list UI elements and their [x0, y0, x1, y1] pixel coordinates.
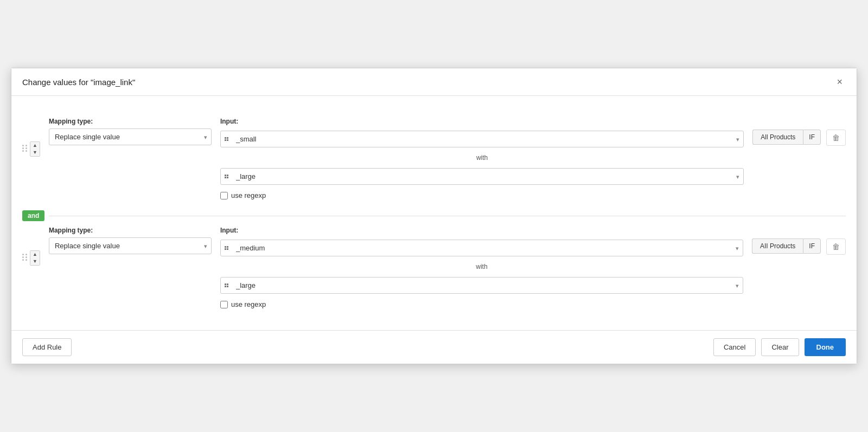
- with-label-1: with: [220, 152, 744, 164]
- mapping-label-2: Mapping type:: [49, 227, 212, 234]
- all-products-if-group-2: AII Products IF: [752, 238, 821, 254]
- regexp-checkbox-1[interactable]: [220, 192, 228, 199]
- input-select-1[interactable]: _small: [220, 131, 744, 147]
- regexp-row-2: use regexp: [220, 300, 743, 308]
- input-label-1: Input:: [220, 118, 744, 125]
- with-grid-icon-1: [225, 175, 231, 179]
- regexp-label-2: use regexp: [231, 300, 266, 308]
- modal-title: Change values for "image_link": [22, 78, 135, 87]
- spinner-down-2[interactable]: ▼: [30, 258, 40, 265]
- close-button[interactable]: ×: [833, 76, 846, 88]
- spinner-up-1[interactable]: ▲: [30, 142, 40, 149]
- rule-row-2: ▲ ▼ Mapping type: Replace single value ▾: [22, 221, 846, 319]
- mapping-select-2[interactable]: Replace single value: [49, 237, 212, 254]
- regexp-label-1: use regexp: [231, 191, 266, 199]
- with-wrapper-1: _large ▾: [220, 168, 744, 185]
- delete-button-1[interactable]: 🗑: [826, 130, 846, 146]
- modal: Change values for "image_link" × ▲: [11, 68, 857, 364]
- right-controls-2: AII Products IF 🗑: [752, 227, 846, 255]
- and-divider: and: [22, 210, 846, 221]
- mapping-label-1: Mapping type:: [49, 118, 212, 125]
- all-products-button-2[interactable]: AII Products: [752, 238, 803, 254]
- right-controls-1: All Products IF 🗑: [752, 118, 846, 146]
- input-section-1: Input: _small ▾ with: [220, 118, 744, 199]
- divider-line: [49, 216, 846, 216]
- if-button-2[interactable]: IF: [803, 238, 821, 254]
- input-section-2: Input: _medium ▾ with: [220, 227, 743, 308]
- add-rule-button[interactable]: Add Rule: [22, 338, 72, 356]
- with-grid-icon-2: [225, 283, 231, 288]
- if-button-1[interactable]: IF: [803, 130, 821, 145]
- all-products-if-group-1: All Products IF: [752, 130, 821, 145]
- rule-block-1: ▲ ▼ Mapping type: Replace single value ▾: [22, 112, 846, 210]
- regexp-row-1: use regexp: [220, 191, 744, 199]
- input-wrapper-2: _medium ▾: [220, 240, 743, 256]
- input-grid-icon-2: [225, 246, 231, 250]
- spinner-1[interactable]: ▲ ▼: [30, 141, 40, 157]
- modal-header: Change values for "image_link" ×: [11, 68, 857, 96]
- spinner-2[interactable]: ▲ ▼: [30, 250, 40, 266]
- with-label-2: with: [220, 261, 743, 273]
- input-wrapper-1: _small ▾: [220, 131, 744, 147]
- and-badge: and: [22, 210, 44, 221]
- all-products-button-1[interactable]: All Products: [752, 130, 803, 145]
- delete-button-2[interactable]: 🗑: [826, 238, 846, 255]
- cancel-button[interactable]: Cancel: [713, 338, 756, 356]
- modal-footer: Add Rule Cancel Clear Done: [11, 330, 857, 364]
- mapping-select-wrapper-1: Replace single value ▾: [49, 128, 212, 145]
- footer-right: Cancel Clear Done: [713, 338, 846, 356]
- spinner-up-2[interactable]: ▲: [30, 251, 40, 258]
- with-select-2[interactable]: _large: [220, 277, 743, 294]
- mapping-section-1: Mapping type: Replace single value ▾: [49, 118, 212, 145]
- clear-button[interactable]: Clear: [761, 338, 799, 356]
- mapping-section-2: Mapping type: Replace single value ▾: [49, 227, 212, 254]
- rule-block-2: ▲ ▼ Mapping type: Replace single value ▾: [22, 221, 846, 319]
- regexp-checkbox-2[interactable]: [220, 301, 228, 308]
- input-label-2: Input:: [220, 227, 743, 234]
- drag-handle-1[interactable]: [22, 130, 28, 152]
- done-button[interactable]: Done: [805, 338, 846, 356]
- input-grid-icon-1: [225, 137, 231, 141]
- input-select-2[interactable]: _medium: [220, 240, 743, 256]
- mapping-select-wrapper-2: Replace single value ▾: [49, 237, 212, 254]
- rule-row-1: ▲ ▼ Mapping type: Replace single value ▾: [22, 112, 846, 210]
- spinner-down-1[interactable]: ▼: [30, 149, 40, 156]
- with-wrapper-2: _large ▾: [220, 277, 743, 294]
- drag-handle-2[interactable]: [22, 238, 28, 261]
- with-select-1[interactable]: _large: [220, 168, 744, 185]
- modal-body: ▲ ▼ Mapping type: Replace single value ▾: [11, 96, 857, 330]
- mapping-select-1[interactable]: Replace single value: [49, 128, 212, 145]
